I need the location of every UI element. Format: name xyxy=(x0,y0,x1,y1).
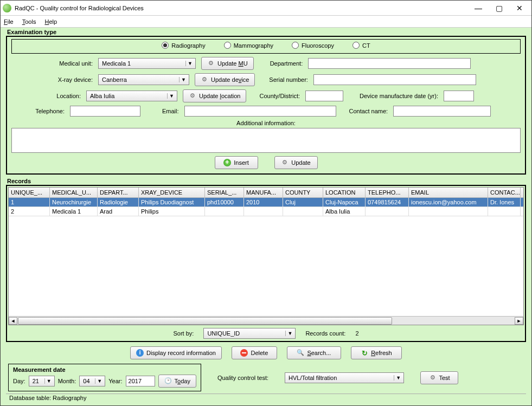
gear-icon xyxy=(429,374,437,382)
mfg-date-input[interactable] xyxy=(444,91,474,101)
horizontal-scrollbar[interactable]: ◄ ► xyxy=(9,316,523,325)
gear-icon xyxy=(281,159,289,166)
scroll-right-icon[interactable]: ► xyxy=(515,317,523,325)
col-manufacture[interactable]: MANUFA... xyxy=(244,188,283,197)
chevron-down-icon: ▼ xyxy=(285,331,294,336)
clock-icon xyxy=(164,377,172,385)
window-title: RadQC - Quality control for Radiological… xyxy=(15,5,469,11)
scroll-thumb[interactable] xyxy=(18,317,392,325)
radio-ct[interactable]: CT xyxy=(352,42,370,49)
table-cell: 0749815624 xyxy=(366,198,409,207)
year-input[interactable] xyxy=(126,376,155,386)
col-contact[interactable]: CONTAC... xyxy=(488,188,521,197)
serial-number-label: Serial number: xyxy=(269,76,308,83)
chevron-down-icon: ▼ xyxy=(185,61,194,66)
col-email[interactable]: EMAIL xyxy=(409,188,488,197)
col-serial[interactable]: SERIAL_... xyxy=(205,188,244,197)
update-mu-button[interactable]: Update MU xyxy=(201,57,254,70)
close-button[interactable]: ✕ xyxy=(510,2,529,14)
table-cell xyxy=(366,207,409,216)
additional-info-input[interactable] xyxy=(11,128,521,153)
refresh-icon xyxy=(361,349,368,357)
menu-tools[interactable]: Tools xyxy=(22,18,36,25)
location-dropdown[interactable]: Alba Iulia▼ xyxy=(86,91,177,101)
minimize-button[interactable]: — xyxy=(469,2,488,14)
plus-icon xyxy=(223,159,231,166)
table-cell: Cluj-Napoca xyxy=(323,198,366,207)
table-cell: 2 xyxy=(9,207,50,216)
xray-device-dropdown[interactable]: Canberra▼ xyxy=(98,74,189,85)
measurement-date-group: Measurement date Day: 21▼ Month: 04▼ Yea… xyxy=(8,364,201,391)
delete-icon xyxy=(240,349,248,357)
search-icon xyxy=(297,349,304,357)
contact-input[interactable] xyxy=(393,106,491,117)
col-telephone[interactable]: TELEPHO... xyxy=(366,188,409,197)
delete-button[interactable]: Delete xyxy=(232,346,277,359)
test-button[interactable]: Test xyxy=(420,371,458,384)
titlebar: RadQC - Quality control for Radiological… xyxy=(1,1,531,16)
sort-by-label: Sort by: xyxy=(173,330,194,337)
table-cell: 1 xyxy=(9,198,50,207)
app-icon xyxy=(3,4,11,12)
display-record-button[interactable]: iDisplay record information xyxy=(130,346,222,359)
menu-file[interactable]: File xyxy=(4,18,14,25)
insert-button[interactable]: Insert xyxy=(215,156,258,169)
col-county[interactable]: COUNTY xyxy=(283,188,323,197)
chevron-down-icon: ▼ xyxy=(167,93,176,99)
table-cell: Dr. Iones xyxy=(488,198,521,207)
radio-radiography[interactable]: Radiography xyxy=(162,42,205,49)
today-button[interactable]: Today xyxy=(158,375,196,388)
table-cell: Cluj xyxy=(283,198,323,207)
table-cell xyxy=(283,207,323,216)
update-location-button[interactable]: Update location xyxy=(183,89,246,102)
table-row[interactable]: 1NeurochirurgieRadiologiePhilips Duodiag… xyxy=(9,198,523,207)
refresh-button[interactable]: Refresh xyxy=(351,346,402,359)
email-input[interactable] xyxy=(184,106,336,117)
serial-number-input[interactable] xyxy=(313,74,476,85)
table-cell: Radiologie xyxy=(98,198,139,207)
col-unique[interactable]: UNIQUE_... xyxy=(9,188,50,197)
table-cell: Arad xyxy=(98,207,139,216)
qc-test-label: Quality control test: xyxy=(217,375,268,381)
xray-device-label: X-ray device: xyxy=(11,76,93,83)
records-count-value: 2 xyxy=(355,330,358,337)
radio-fluoroscopy[interactable]: Fluoroscopy xyxy=(292,42,334,49)
month-dropdown[interactable]: 04▼ xyxy=(79,376,105,386)
day-dropdown[interactable]: 21▼ xyxy=(29,376,55,386)
col-location[interactable]: LOCATION xyxy=(323,188,366,197)
table-cell xyxy=(409,207,488,216)
telephone-input[interactable] xyxy=(70,106,140,117)
exam-type-radios: Radiography Mammography Fluoroscopy CT xyxy=(11,39,521,54)
col-medical-unit[interactable]: MEDICAL_U... xyxy=(50,188,98,197)
table-cell xyxy=(244,207,283,216)
menu-help[interactable]: Help xyxy=(44,18,57,25)
table-header: UNIQUE_... MEDICAL_U... DEPART... XRAY_D… xyxy=(9,188,523,198)
records-legend: Records xyxy=(7,178,526,184)
county-input[interactable] xyxy=(305,91,343,101)
menubar: File Tools Help xyxy=(1,16,531,28)
location-label: Location: xyxy=(11,93,81,99)
sort-by-dropdown[interactable]: UNIQUE_ID▼ xyxy=(203,328,296,339)
radio-mammography[interactable]: Mammography xyxy=(224,42,273,49)
col-department[interactable]: DEPART... xyxy=(98,188,139,197)
table-body: 1NeurochirurgieRadiologiePhilips Duodiag… xyxy=(9,198,523,316)
medical-unit-label: Medical unit: xyxy=(11,60,93,67)
status-bar: Database table: Radiography xyxy=(6,394,526,403)
maximize-button[interactable]: ▢ xyxy=(489,2,509,14)
gear-icon xyxy=(201,76,208,83)
update-button[interactable]: Update xyxy=(274,156,318,169)
table-cell: Philips xyxy=(139,207,205,216)
search-button[interactable]: Search... xyxy=(287,346,341,359)
table-cell: ionescu.ion@yahoo.com xyxy=(409,198,488,207)
scroll-left-icon[interactable]: ◄ xyxy=(9,317,17,325)
department-input[interactable] xyxy=(308,58,471,69)
chevron-down-icon: ▼ xyxy=(44,378,53,384)
qc-test-dropdown[interactable]: HVL/Total filtration▼ xyxy=(285,372,404,383)
table-row[interactable]: 2Medicala 1AradPhilipsAlba Iulia xyxy=(9,207,523,216)
records-group: UNIQUE_... MEDICAL_U... DEPART... XRAY_D… xyxy=(6,185,526,342)
content-area: Examination type Radiography Mammography… xyxy=(1,28,531,405)
county-label: County/District: xyxy=(259,93,300,99)
update-device-button[interactable]: Update device xyxy=(195,73,255,86)
col-xray-device[interactable]: XRAY_DEVICE xyxy=(139,188,205,197)
medical-unit-dropdown[interactable]: Medicala 1▼ xyxy=(98,58,196,69)
